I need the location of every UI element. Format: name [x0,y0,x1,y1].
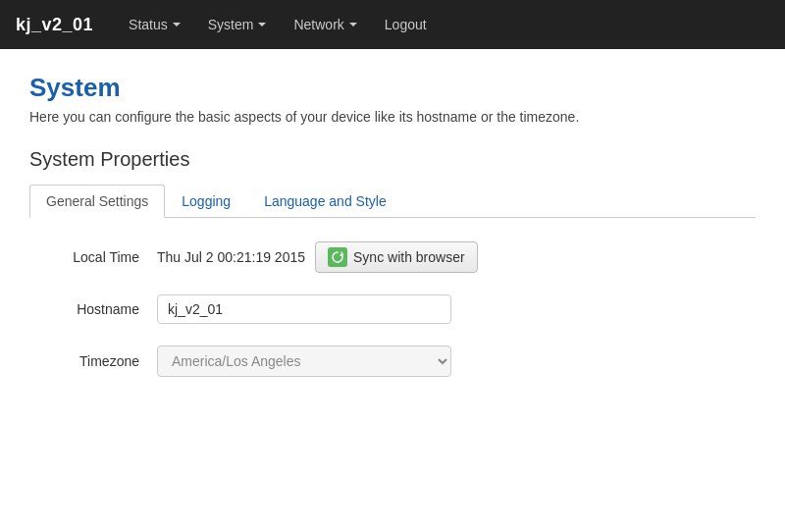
page-title: System [29,73,756,103]
form-row-hostname: Hostname [39,294,746,324]
hostname-control-wrap [157,294,451,324]
timezone-control-wrap: America/Los Angeles America/New_York UTC… [157,346,451,377]
nav-label-logout: Logout [385,17,427,32]
tab-logging[interactable]: Logging [165,185,247,218]
chevron-down-icon [349,23,357,27]
hostname-input[interactable] [157,294,451,324]
navbar-nav: Status System Network Logout [117,0,439,49]
local-time-label: Local Time [39,249,157,265]
nav-label-status: Status [129,17,168,32]
nav-item-network[interactable]: Network [282,0,368,49]
local-time-value: Thu Jul 2 00:21:19 2015 [157,249,305,265]
timezone-select[interactable]: America/Los Angeles America/New_York UTC… [157,346,451,377]
navbar-brand: kj_v2_01 [16,15,93,35]
form-section: Local Time Thu Jul 2 00:21:19 2015 Sync … [29,241,756,377]
tab-language-style[interactable]: Language and Style [247,185,403,218]
timezone-label: Timezone [39,353,157,369]
nav-label-system: System [208,17,254,32]
hostname-label: Hostname [39,301,157,317]
form-row-local-time: Local Time Thu Jul 2 00:21:19 2015 Sync … [39,241,746,273]
section-title: System Properties [29,148,756,171]
sync-icon [328,247,347,267]
page-description: Here you can configure the basic aspects… [29,109,756,125]
main-content: System Here you can configure the basic … [0,49,785,422]
local-time-control-wrap: Thu Jul 2 00:21:19 2015 Sync with browse… [157,241,478,273]
nav-item-logout[interactable]: Logout [373,0,439,49]
chevron-down-icon [258,23,266,27]
form-row-timezone: Timezone America/Los Angeles America/New… [39,346,746,377]
sync-button-label: Sync with browser [353,249,465,265]
sync-with-browser-button[interactable]: Sync with browser [315,241,478,273]
nav-item-status[interactable]: Status [117,0,192,49]
navbar: kj_v2_01 Status System Network Logout [0,0,785,49]
nav-label-network: Network [293,17,343,32]
nav-item-system[interactable]: System [196,0,279,49]
tab-general-settings[interactable]: General Settings [29,185,165,218]
chevron-down-icon [173,23,181,27]
tabs-container: General Settings Logging Language and St… [29,185,756,218]
